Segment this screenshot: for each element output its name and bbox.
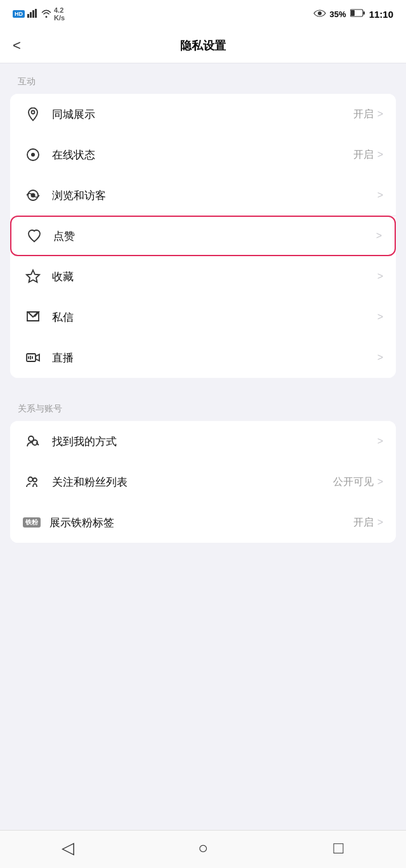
message-label: 私信 bbox=[52, 310, 374, 325]
location-icon bbox=[23, 104, 43, 124]
online-label: 在线状态 bbox=[52, 148, 353, 162]
recent-nav-icon: □ bbox=[333, 838, 343, 858]
live-icon bbox=[23, 347, 43, 368]
tongcheng-chevron: > bbox=[377, 108, 383, 120]
top-nav: < 隐私设置 bbox=[0, 28, 406, 63]
follow-value: 公开可见 bbox=[333, 476, 374, 489]
page-title: 隐私设置 bbox=[180, 38, 226, 53]
tongcheng-value: 开启 bbox=[353, 108, 374, 121]
browse-icon bbox=[23, 185, 43, 205]
online-icon bbox=[23, 145, 43, 165]
menu-item-tongcheng[interactable]: 同城展示 开启 > bbox=[10, 94, 396, 134]
ironbadge-label: 展示铁粉标签 bbox=[49, 515, 353, 530]
browse-chevron: > bbox=[377, 190, 383, 201]
star-icon bbox=[23, 266, 43, 287]
menu-item-live[interactable]: 直播 > bbox=[10, 337, 396, 378]
section-label-interaction: 互动 bbox=[0, 63, 406, 94]
like-label: 点赞 bbox=[53, 229, 372, 243]
collect-chevron: > bbox=[377, 271, 383, 282]
follow-chevron: > bbox=[377, 476, 383, 488]
status-left: HD 4.2K/s bbox=[13, 6, 65, 22]
online-chevron: > bbox=[377, 149, 383, 160]
status-right: 35% 11:10 bbox=[313, 9, 393, 20]
follow-label: 关注和粉丝列表 bbox=[52, 475, 333, 489]
svg-point-21 bbox=[29, 477, 33, 482]
account-group: 找到我的方式 > 关注和粉丝列表 公开可见 > 铁粉 展示铁粉标签 开启 bbox=[10, 421, 396, 543]
time-text: 11:10 bbox=[369, 9, 393, 20]
tongcheng-label: 同城展示 bbox=[52, 107, 353, 122]
svg-point-8 bbox=[32, 111, 35, 114]
menu-item-like[interactable]: 点赞 > bbox=[10, 216, 396, 256]
heart-icon bbox=[24, 226, 44, 246]
svg-rect-6 bbox=[351, 10, 355, 16]
menu-item-browse[interactable]: 浏览和访客 > bbox=[10, 175, 396, 216]
menu-item-online[interactable]: 在线状态 开启 > bbox=[10, 134, 396, 175]
ironbadge-value: 开启 bbox=[353, 516, 374, 529]
live-chevron: > bbox=[377, 352, 383, 363]
svg-point-4 bbox=[318, 11, 322, 15]
message-icon bbox=[23, 307, 43, 327]
svg-rect-7 bbox=[363, 11, 365, 15]
interaction-group: 同城展示 开启 > 在线状态 开启 > bbox=[10, 94, 396, 378]
battery-text: 35% bbox=[330, 10, 346, 19]
online-value: 开启 bbox=[353, 148, 374, 162]
svg-rect-16 bbox=[27, 354, 36, 361]
find-label: 找到我的方式 bbox=[52, 434, 374, 449]
back-nav-button[interactable]: ◁ bbox=[54, 834, 82, 862]
wifi-icon bbox=[41, 9, 51, 20]
menu-item-find[interactable]: 找到我的方式 > bbox=[10, 421, 396, 462]
speed-text: 4.2K/s bbox=[54, 6, 65, 22]
menu-item-collect[interactable]: 收藏 > bbox=[10, 256, 396, 297]
svg-rect-3 bbox=[35, 9, 37, 18]
menu-item-ironbadge[interactable]: 铁粉 展示铁粉标签 开启 > bbox=[10, 502, 396, 543]
home-nav-button[interactable]: ○ bbox=[189, 834, 217, 862]
bottom-nav-bar: ◁ ○ □ bbox=[0, 830, 406, 868]
svg-point-10 bbox=[31, 153, 35, 157]
eye-status-icon bbox=[313, 9, 326, 20]
ironbadge-chevron: > bbox=[377, 517, 383, 528]
battery-icon bbox=[350, 9, 365, 19]
find-chevron: > bbox=[377, 436, 383, 447]
content-area: 互动 同城展示 开启 > 在线状态 开启 > bbox=[0, 63, 406, 555]
svg-point-22 bbox=[33, 478, 37, 482]
hd-badge: HD bbox=[13, 10, 25, 18]
menu-item-follow[interactable]: 关注和粉丝列表 公开可见 > bbox=[10, 462, 396, 502]
find-icon bbox=[23, 431, 43, 451]
like-chevron: > bbox=[376, 230, 382, 242]
browse-label: 浏览和访客 bbox=[52, 188, 374, 203]
back-nav-icon: ◁ bbox=[62, 838, 74, 858]
follow-icon bbox=[23, 472, 43, 492]
svg-rect-2 bbox=[32, 10, 34, 18]
menu-item-message[interactable]: 私信 > bbox=[10, 297, 396, 337]
message-chevron: > bbox=[377, 311, 383, 323]
recent-nav-button[interactable]: □ bbox=[324, 834, 352, 862]
back-button[interactable]: < bbox=[13, 37, 21, 54]
iron-fan-badge: 铁粉 bbox=[23, 517, 41, 528]
home-nav-icon: ○ bbox=[198, 838, 208, 858]
svg-rect-0 bbox=[27, 14, 29, 18]
svg-rect-1 bbox=[30, 12, 32, 18]
section-label-account: 关系与账号 bbox=[0, 391, 406, 421]
collect-label: 收藏 bbox=[52, 269, 374, 284]
live-label: 直播 bbox=[52, 351, 374, 365]
signal-icon bbox=[27, 9, 39, 20]
status-bar: HD 4.2K/s 35% bbox=[0, 0, 406, 28]
